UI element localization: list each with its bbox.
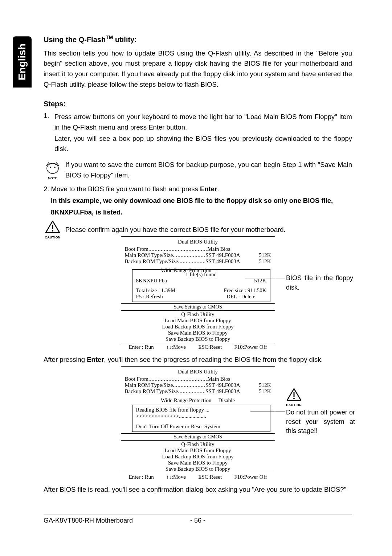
util2-mainrom-val: SST 49LF003A [205, 382, 240, 388]
util2-esc: ESC:Reset [198, 474, 222, 480]
util1-freesize-val: 911.50K [248, 287, 266, 293]
step2-prefix: 2. Move to the BIOS file you want to fla… [44, 185, 200, 193]
util1-boot-val: Main Bios [208, 246, 271, 252]
annotation-1: BIOS file in the floppy disk. [286, 274, 353, 292]
after-text-1: After pressing Enter, you'll then see th… [44, 356, 352, 364]
caution-label-2: CAUTION [286, 403, 302, 407]
utility-box-1-wrap: Dual BIOS Utility Boot From ............… [44, 236, 352, 350]
annotation-2: Do not trun off power or reset your syst… [286, 408, 355, 436]
utility-box-1: Dual BIOS Utility Boot From ............… [121, 236, 275, 350]
note-label: NOTE [44, 176, 62, 180]
util1-freesize-label: Free size : [224, 287, 248, 293]
util2-f10: F10:Power Off [234, 474, 267, 480]
util1-menu4: Save Backup BIOS to Floppy [121, 336, 275, 342]
util1-menu2: Load Backup BIOS from Floppy [121, 324, 275, 330]
util2-enter: Enter : Run [129, 474, 154, 480]
util2-backuprom-size: 512K [240, 388, 271, 394]
util2-move: ↑↓:Move [166, 474, 186, 480]
svg-point-2 [54, 167, 56, 168]
note-row: NOTE If you want to save the current BIO… [44, 160, 352, 180]
caution-icon-2: CAUTION [286, 388, 302, 407]
util2-title: Dual BIOS Utility [125, 369, 271, 375]
util2-progress: >>>>>>>>>>>>>>.................... [136, 413, 266, 419]
util1-mainrom-size: 512K [240, 252, 271, 258]
util2-menu2: Load Backup BIOS from Floppy [121, 454, 275, 460]
page-content: Using the Q-FlashTM utility: This sectio… [44, 34, 352, 499]
util1-menu3: Save Main BIOS to Floppy [121, 330, 275, 336]
util1-move: ↑↓:Move [166, 344, 186, 350]
caution-text-1: Please confirm again you have the correc… [65, 226, 352, 234]
util1-backuprom-val: SST 49LF003A [205, 258, 240, 265]
util1-boot-label: Boot From [125, 246, 148, 252]
bold-example-line2: 8KNXPU.Fba, is listed. [51, 207, 352, 218]
util2-menu4: Save Backup BIOS to Floppy [121, 466, 275, 472]
util2-reading: Reading BIOS file from floppy ... [136, 407, 266, 413]
step2-bold: Enter [200, 185, 217, 193]
language-tab: English [13, 36, 32, 87]
util1-filesize: 512K [254, 278, 266, 284]
utility-box-2: Dual BIOS Utility Boot From ............… [121, 366, 275, 480]
step1-later: Later, you will see a box pop up showing… [54, 134, 352, 154]
after-text-2: After BIOS file is read, you'll see a co… [44, 486, 352, 494]
util1-mainrom-label: Main ROM Type/Size [125, 252, 173, 258]
step-2: 2. Move to the BIOS file you want to fla… [44, 184, 352, 195]
title-tm: TM [106, 34, 113, 40]
util1-backuprom-label: Backup ROM Type/Size [125, 258, 178, 265]
title-prefix: Using the Q-Flash [44, 36, 106, 44]
util2-widerange-val: Disable [218, 397, 235, 403]
step2-suffix: . [217, 185, 219, 193]
connector-line-1 [245, 278, 285, 278]
step-1: 1. Press arrow buttons on your keyboard … [44, 112, 352, 132]
step-number: 1. [44, 112, 54, 120]
after1-suffix: , you'll then see the progress of readin… [104, 356, 323, 363]
svg-point-6 [293, 398, 295, 399]
util1-f5: F5 : Refresh [136, 294, 163, 300]
util1-qflash-title: Q-Flash Utility [121, 311, 275, 318]
step-text: Press arrow buttons on your keyboard to … [54, 112, 352, 132]
util1-f10: F10:Power Off [234, 344, 267, 350]
svg-point-4 [52, 230, 53, 232]
bold-example-line1: In this example, we only download one BI… [51, 196, 352, 206]
page-footer: GA-K8VT800-RH Motherboard - 56 - [44, 515, 352, 524]
util2-widerange-label: Wide Range Protection [161, 397, 211, 403]
after1-prefix: After pressing [44, 356, 87, 363]
connector-line-2 [250, 412, 285, 412]
util2-boot-label: Boot From [125, 376, 148, 382]
after1-bold: Enter [87, 356, 104, 363]
intro-paragraph: This section tells you how to update BIO… [44, 48, 352, 90]
title-suffix: utility: [113, 36, 137, 44]
util1-totalsize-val: 1.39M [161, 287, 176, 293]
note-text: If you want to save the current BIOS for… [65, 160, 352, 180]
util2-backuprom-label: Backup ROM Type/Size [125, 388, 178, 394]
util1-title: Dual BIOS Utility [125, 239, 271, 245]
util1-enter: Enter : Run [129, 344, 154, 350]
util2-menu1: Load Main BIOS from Floppy [121, 447, 275, 454]
note-icon: NOTE [44, 160, 62, 180]
utility-box-2-wrap: Dual BIOS Utility Boot From ............… [44, 366, 352, 480]
util2-dont-turn-off: Don't Turn Off Power or Reset System [136, 424, 266, 430]
util1-esc: ESC:Reset [198, 344, 222, 350]
footer-page-number: - 56 - [190, 517, 205, 524]
util1-menu1: Load Main BIOS from Floppy [121, 318, 275, 324]
util2-qflash-title: Q-Flash Utility [121, 441, 275, 447]
util2-mainrom-size: 512K [240, 382, 271, 388]
util1-filename: 8KNXPU.Fba [136, 278, 167, 284]
svg-point-0 [47, 163, 58, 173]
steps-title: Steps: [44, 100, 352, 108]
util2-save-settings: Save Settings to CMOS [121, 434, 275, 441]
footer-right [205, 517, 352, 524]
util2-boot-val: Main Bios [208, 376, 271, 382]
util1-save-settings: Save Settings to CMOS [121, 304, 275, 311]
util2-mainrom-label: Main ROM Type/Size [125, 382, 173, 388]
util1-backuprom-size: 512K [240, 258, 271, 265]
footer-left: GA-K8VT800-RH Motherboard [44, 517, 190, 524]
util2-menu3: Save Main BIOS to Floppy [121, 460, 275, 466]
util1-del: DEL : Delete [226, 294, 255, 300]
util2-backuprom-val: SST 49LF003A [205, 388, 240, 394]
section-title: Using the Q-FlashTM utility: [44, 34, 352, 44]
util1-files-found: 1 file(s) found [136, 271, 266, 278]
svg-point-1 [50, 167, 51, 168]
util1-totalsize-label: Total size : [136, 287, 161, 293]
util1-mainrom-val: SST 49LF003A [205, 252, 240, 258]
